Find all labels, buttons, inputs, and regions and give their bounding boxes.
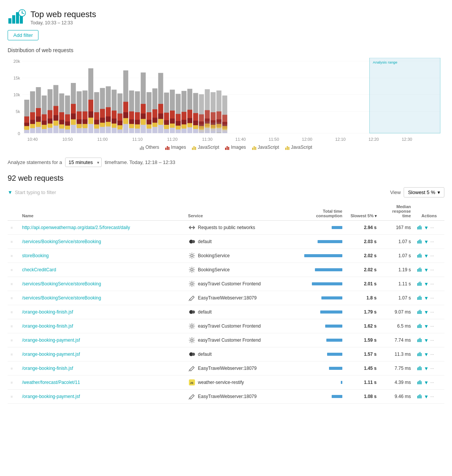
filter-action-icon[interactable]: ▼ [424, 253, 429, 259]
chart-action-icon[interactable] [417, 267, 422, 273]
filter-action-icon[interactable]: ▼ [424, 225, 429, 231]
table-row: ≡/orange-booking-finish.jsfeasyTravel Cu… [8, 319, 444, 333]
time-select-wrapper[interactable]: 15 minutes 30 minutes 1 hour [65, 158, 102, 167]
row-actions[interactable]: ▼ ··· [414, 376, 444, 390]
table-row: ≡/orange-booking-finish.jsfdefault1.79 s… [8, 305, 444, 319]
more-action-icon[interactable]: ··· [430, 337, 434, 343]
row-name[interactable]: checkCreditCard [19, 263, 185, 277]
more-action-icon[interactable]: ··· [430, 352, 434, 357]
filter-action-icon[interactable]: ▼ [424, 394, 429, 400]
more-action-icon[interactable]: ··· [430, 281, 434, 287]
filter-placeholder[interactable]: Start typing to filter [15, 189, 56, 195]
row-actions[interactable]: ▼ ··· [414, 390, 444, 404]
row-actions[interactable]: ▼ ··· [414, 347, 444, 361]
filter-action-icon[interactable]: ▼ [424, 281, 429, 287]
chart-action-icon[interactable] [417, 337, 422, 344]
service-icon [188, 322, 196, 330]
row-actions[interactable]: ▼ ··· [414, 221, 444, 235]
svg-rect-275 [420, 394, 420, 398]
row-name[interactable]: http://api.openweathermap.org/data/2.5/f… [19, 221, 185, 235]
filter-action-icon[interactable]: ▼ [424, 309, 429, 315]
chart-legend: Others Images JavaScript Images JavaScri… [8, 145, 444, 150]
svg-text:11:20: 11:20 [167, 137, 177, 142]
more-action-icon[interactable]: ··· [430, 267, 434, 272]
svg-rect-30 [30, 128, 35, 133]
chart-action-icon[interactable] [417, 351, 422, 358]
filter-input-area[interactable]: ▼ Start typing to filter [8, 189, 56, 195]
row-actions[interactable]: ▼ ··· [414, 305, 444, 319]
svg-point-245 [191, 325, 193, 327]
svg-rect-269 [418, 381, 419, 384]
chart-action-icon[interactable] [417, 239, 422, 245]
chart-action-icon[interactable] [417, 365, 422, 372]
more-action-icon[interactable]: ··· [430, 253, 434, 258]
more-action-icon[interactable]: ··· [430, 225, 434, 230]
more-action-icon[interactable]: ··· [430, 394, 434, 399]
row-actions[interactable]: ▼ ··· [414, 249, 444, 263]
row-actions[interactable]: ▼ ··· [414, 277, 444, 291]
row-name[interactable]: /orange-booking-finish.jsf [19, 319, 185, 333]
row-name[interactable]: /services/BookingService/storeBooking [19, 291, 185, 305]
row-actions[interactable]: ▼ ··· [414, 333, 444, 347]
row-actions[interactable]: ▼ ··· [414, 235, 444, 249]
chart-action-icon[interactable] [417, 295, 422, 301]
row-service: default [185, 305, 300, 319]
filter-action-icon[interactable]: ▼ [424, 267, 429, 273]
svg-rect-216 [418, 240, 419, 244]
more-action-icon[interactable]: ··· [430, 295, 434, 301]
row-name[interactable]: /services/BookingService/storeBooking [19, 277, 185, 291]
row-name[interactable]: /services/BookingService/storeBooking [19, 235, 185, 249]
more-action-icon[interactable]: ··· [430, 239, 434, 244]
row-name[interactable]: /orange-booking-payment.jsf [19, 347, 185, 361]
svg-rect-260 [421, 353, 422, 356]
row-median: 9.07 ms [380, 305, 414, 319]
more-action-icon[interactable]: ··· [430, 366, 434, 371]
chart-action-icon[interactable] [417, 393, 422, 400]
col-slowest[interactable]: Slowest 5% ▾ [345, 202, 380, 221]
filter-action-icon[interactable]: ▼ [424, 337, 429, 343]
filter-action-icon[interactable]: ▼ [424, 352, 429, 357]
add-filter-button[interactable]: Add filter [8, 30, 38, 40]
chart-action-icon[interactable] [417, 379, 422, 386]
more-action-icon[interactable]: ··· [430, 309, 434, 315]
svg-text:10:40: 10:40 [27, 137, 38, 142]
chart-action-icon[interactable] [417, 309, 422, 315]
more-action-icon[interactable]: ··· [430, 323, 434, 329]
row-name[interactable]: storeBooking [19, 249, 185, 263]
row-name[interactable]: /orange-booking-finish.jsf [19, 361, 185, 376]
col-actions: Actions [414, 202, 444, 221]
time-bar [318, 240, 342, 243]
chart-action-icon[interactable] [417, 323, 422, 330]
row-actions[interactable]: ▼ ··· [414, 361, 444, 376]
service-icon [188, 350, 196, 358]
time-select[interactable]: 15 minutes 30 minutes 1 hour [65, 158, 102, 167]
row-bar [300, 305, 345, 319]
view-select-button[interactable]: Slowest 5 % ▾ [404, 187, 444, 197]
filter-action-icon[interactable]: ▼ [424, 323, 429, 329]
col-name: Name [19, 202, 185, 221]
table-row: ≡/services/BookingService/storeBookingEa… [8, 291, 444, 305]
table-row: ≡storeBookingBookingService2.02 s1.07 s … [8, 249, 444, 263]
chart-action-icon[interactable] [417, 253, 422, 259]
table-row: ≡/orange-booking-payment.jsfEasyTravelWe… [8, 390, 444, 404]
row-actions[interactable]: ▼ ··· [414, 263, 444, 277]
row-name[interactable]: /weather/forecast/Pacolet/11 [19, 376, 185, 390]
legend-javascript-3: JavaScript [285, 145, 312, 150]
row-name[interactable]: /orange-booking-payment.jsf [19, 390, 185, 404]
service-icon [188, 308, 196, 316]
row-actions[interactable]: ▼ ··· [414, 291, 444, 305]
chart-action-icon[interactable] [417, 281, 422, 287]
filter-action-icon[interactable]: ▼ [424, 295, 429, 301]
filter-action-icon[interactable]: ▼ [424, 366, 429, 371]
chart-action-icon[interactable] [417, 224, 422, 231]
row-name[interactable]: /orange-booking-finish.jsf [19, 305, 185, 319]
distribution-title: Distribution of web requests [8, 47, 444, 53]
filter-action-icon[interactable]: ▼ [424, 380, 429, 385]
more-action-icon[interactable]: ··· [430, 380, 434, 385]
svg-rect-221 [418, 254, 419, 258]
filter-action-icon[interactable]: ▼ [424, 239, 429, 245]
svg-text:Analysis range: Analysis range [373, 60, 398, 64]
row-name[interactable]: /orange-booking-payment.jsf [19, 333, 185, 347]
table-row: ≡/orange-booking-payment.jsfdefault1.57 … [8, 347, 444, 361]
row-actions[interactable]: ▼ ··· [414, 319, 444, 333]
